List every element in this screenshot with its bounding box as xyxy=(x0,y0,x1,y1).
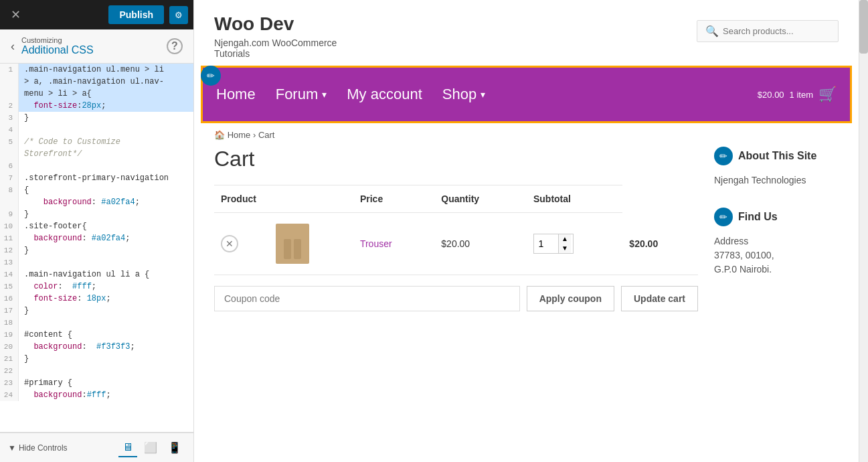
quantity-down-button[interactable]: ▼ xyxy=(558,244,571,253)
topbar: ✕ Publish ⚙ xyxy=(0,0,193,29)
help-button[interactable]: ? xyxy=(167,38,183,54)
site-branding: Woo Dev Njengah.com WooCommerce Tutorial… xyxy=(214,13,337,59)
nav-bar: Home Forum ▾ My account Shop ▾ $20.00 1 … xyxy=(203,68,850,121)
cart-item-count: 1 item xyxy=(790,90,813,100)
trouser-image xyxy=(282,227,302,260)
code-line: 24 background:#fff; xyxy=(0,389,193,401)
nav-link-forum[interactable]: Forum ▾ xyxy=(276,86,327,103)
tablet-device-button[interactable]: ⬜ xyxy=(140,439,161,457)
coupon-input[interactable] xyxy=(214,286,520,311)
code-line: 22 xyxy=(0,365,193,377)
code-line: Storefront*/ xyxy=(0,148,193,160)
update-cart-button[interactable]: Update cart xyxy=(621,286,698,311)
settings-button[interactable]: ⚙ xyxy=(169,6,188,24)
code-line: 8 { xyxy=(0,184,193,196)
customizer-panel: ✕ Publish ⚙ ‹ Customizing Additional CSS… xyxy=(0,0,194,462)
code-line: 11 background: #a02fa4; xyxy=(0,232,193,244)
about-widget-title: About This Site xyxy=(738,150,816,162)
code-line: background: #a02fa4; xyxy=(0,196,193,208)
search-icon: 🔍 xyxy=(705,25,719,37)
desktop-device-button[interactable]: 🖥 xyxy=(118,439,137,457)
shop-dropdown-arrow: ▾ xyxy=(481,89,485,100)
breadcrumb-current: Cart xyxy=(258,130,275,140)
code-line: 21 } xyxy=(0,353,193,365)
code-line: 20 background: #f3f3f3; xyxy=(0,341,193,353)
code-line: 9 } xyxy=(0,208,193,220)
breadcrumb: 🏠 Home › Cart xyxy=(194,123,859,147)
code-line: 18 xyxy=(0,317,193,329)
search-input[interactable] xyxy=(723,26,830,36)
subtotal-column-header: Subtotal xyxy=(527,185,622,213)
close-button[interactable]: ✕ xyxy=(5,5,26,25)
code-line: 13 xyxy=(0,256,193,268)
cart-info[interactable]: $20.00 1 item 🛒 xyxy=(758,86,837,103)
code-line: 5 /* Code to Customize xyxy=(0,136,193,148)
remove-cell: ✕ xyxy=(214,213,269,275)
nav-link-myaccount[interactable]: My account xyxy=(347,86,422,103)
site-header: Woo Dev Njengah.com WooCommerce Tutorial… xyxy=(194,0,859,66)
price-column-header: Price xyxy=(353,185,434,213)
publish-button[interactable]: Publish xyxy=(108,5,164,24)
quantity-input[interactable] xyxy=(534,236,558,252)
customizing-label: Customizing xyxy=(21,36,167,44)
quantity-up-button[interactable]: ▲ xyxy=(558,234,571,244)
code-line: 3 } xyxy=(0,112,193,124)
mobile-device-button[interactable]: 📱 xyxy=(164,439,185,457)
breadcrumb-home-link[interactable]: Home xyxy=(228,130,251,140)
scrollbar-thumb[interactable] xyxy=(859,0,868,54)
code-line: 6 xyxy=(0,160,193,172)
coupon-row: Apply coupon Update cart xyxy=(214,286,698,311)
device-switcher: 🖥 ⬜ 📱 xyxy=(118,439,185,457)
cart-amount: $20.00 xyxy=(758,90,784,100)
address-label: Address xyxy=(714,234,845,248)
quantity-input-wrapper: ▲ ▼ xyxy=(533,234,574,254)
about-widget-text: Njengah Technologies xyxy=(714,173,845,187)
quantity-cell: ▲ ▼ xyxy=(527,213,622,275)
svg-rect-1 xyxy=(284,239,291,259)
hide-controls-button[interactable]: ▼ Hide Controls xyxy=(8,443,68,453)
svg-rect-2 xyxy=(294,239,301,259)
nav-edit-button[interactable]: ✏ xyxy=(201,66,221,86)
find-us-widget-icon: ✏ xyxy=(714,208,733,226)
nav-links: Home Forum ▾ My account Shop ▾ xyxy=(216,86,485,103)
cart-area: Cart Product Price Quantity Subtotal ✕ xyxy=(214,147,698,311)
site-tagline: Njengah.com WooCommerce xyxy=(214,37,337,48)
address-line1: 37783, 00100, xyxy=(714,248,845,262)
product-link[interactable]: Trouser xyxy=(360,238,392,249)
about-widget-icon: ✏ xyxy=(714,147,733,165)
site-title: Woo Dev xyxy=(214,13,337,35)
cart-icon: 🛒 xyxy=(818,86,837,103)
nav-link-shop[interactable]: Shop ▾ xyxy=(442,86,485,103)
remove-item-button[interactable]: ✕ xyxy=(221,235,238,252)
code-line: 17 } xyxy=(0,305,193,317)
svg-rect-0 xyxy=(284,227,301,240)
code-line: 12 } xyxy=(0,244,193,256)
forum-dropdown-arrow: ▾ xyxy=(322,89,327,100)
header-text: Customizing Additional CSS xyxy=(21,36,167,56)
product-name-cell: Trouser xyxy=(353,213,434,275)
nav-link-home[interactable]: Home xyxy=(216,86,256,103)
hide-controls-label: Hide Controls xyxy=(19,443,68,453)
address-line2: G.P.0 Nairobi. xyxy=(714,262,845,277)
search-form[interactable]: 🔍 xyxy=(697,20,839,42)
cart-table: Product Price Quantity Subtotal ✕ xyxy=(214,185,698,275)
apply-coupon-button[interactable]: Apply coupon xyxy=(527,286,614,311)
code-editor[interactable]: 1 .main-navigation ul.menu > li > a, .ma… xyxy=(0,64,193,433)
code-line: 14 .main-navigation ul li a { xyxy=(0,268,193,281)
about-widget: ✏ About This Site Njengah Technologies xyxy=(714,147,845,187)
code-line: 19 #content { xyxy=(0,329,193,341)
scrollbar[interactable] xyxy=(859,0,868,462)
customizer-header: ‹ Customizing Additional CSS ? xyxy=(0,29,193,64)
subtotal-cell: $20.00 xyxy=(622,213,698,275)
code-line: 15 color: #fff; xyxy=(0,281,193,293)
code-line: 10 .site-footer{ xyxy=(0,220,193,232)
code-line: 1 .main-navigation ul.menu > li xyxy=(0,64,193,76)
find-us-widget: ✏ Find Us Address 37783, 00100, G.P.0 Na… xyxy=(714,208,845,277)
code-line: 4 xyxy=(0,124,193,136)
code-line: 23 #primary { xyxy=(0,377,193,389)
back-button[interactable]: ‹ xyxy=(11,40,15,54)
product-image xyxy=(276,224,309,264)
main-content: Cart Product Price Quantity Subtotal ✕ xyxy=(194,147,859,325)
bottom-bar: ▼ Hide Controls 🖥 ⬜ 📱 xyxy=(0,433,193,462)
code-line: 16 font-size: 18px; xyxy=(0,293,193,305)
